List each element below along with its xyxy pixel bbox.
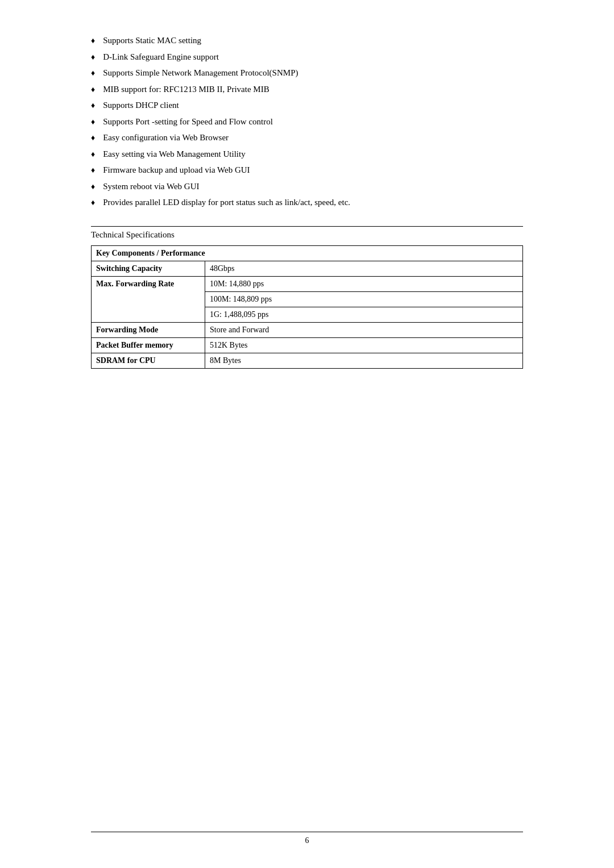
table-value-cell: 100M: 148,809 pps [205, 291, 523, 307]
bullet-text: Supports Port -setting for Speed and Flo… [103, 115, 523, 128]
table-value-cell: 8M Bytes [205, 353, 523, 368]
bullet-icon: ♦ [91, 51, 95, 63]
list-item: ♦Supports Simple Network Management Prot… [91, 66, 523, 80]
table-label-cell: Packet Buffer memory [92, 337, 205, 353]
list-item: ♦D-Link Safeguard Engine support [91, 51, 523, 64]
bullet-icon: ♦ [91, 99, 95, 111]
bullet-icon: ♦ [91, 116, 95, 128]
list-item: ♦System reboot via Web GUI [91, 180, 523, 193]
bullet-text: Firmware backup and upload via Web GUI [103, 164, 523, 177]
section-divider [91, 226, 523, 227]
bullet-icon: ♦ [91, 84, 95, 95]
bullet-icon: ♦ [91, 164, 95, 176]
bullet-text: System reboot via Web GUI [103, 180, 523, 193]
list-item: ♦Supports DHCP client [91, 99, 523, 112]
table-row: Forwarding ModeStore and Forward [92, 322, 523, 337]
page-number: 6 [305, 836, 309, 845]
list-item: ♦MIB support for: RFC1213 MIB II, Privat… [91, 83, 523, 96]
bullet-text: Supports Static MAC setting [103, 34, 523, 47]
list-item: ♦Easy setting via Web Management Utility [91, 148, 523, 161]
bullet-text: MIB support for: RFC1213 MIB II, Private… [103, 83, 523, 96]
bullet-text: Easy configuration via Web Browser [103, 131, 523, 144]
bullet-icon: ♦ [91, 197, 95, 208]
table-value-cell: 48Gbps [205, 261, 523, 276]
table-header-row: Key Components / Performance [92, 245, 523, 261]
table-row: Packet Buffer memory512K Bytes [92, 337, 523, 353]
table-value-cell: 1G: 1,488,095 pps [205, 307, 523, 322]
specs-table: Key Components / Performance Switching C… [91, 245, 523, 369]
table-header-cell: Key Components / Performance [92, 245, 523, 261]
table-value-cell: Store and Forward [205, 322, 523, 337]
table-value-cell: 512K Bytes [205, 337, 523, 353]
bullet-text: Supports DHCP client [103, 99, 523, 112]
bullet-text: Easy setting via Web Management Utility [103, 148, 523, 161]
table-value-cell: 10M: 14,880 pps [205, 276, 523, 291]
list-item: ♦Firmware backup and upload via Web GUI [91, 164, 523, 177]
table-row: Max. Forwarding Rate10M: 14,880 pps [92, 276, 523, 291]
bullet-icon: ♦ [91, 148, 95, 160]
footer-divider [91, 832, 523, 832]
table-label-cell: Switching Capacity [92, 261, 205, 276]
table-label-cell: Max. Forwarding Rate [92, 276, 205, 322]
list-item: ♦Easy configuration via Web Browser [91, 131, 523, 144]
bullet-icon: ♦ [91, 132, 95, 144]
table-label-cell: Forwarding Mode [92, 322, 205, 337]
bullet-text: Supports Simple Network Management Proto… [103, 66, 523, 80]
feature-list: ♦Supports Static MAC setting♦D-Link Safe… [91, 34, 523, 209]
page-content: ♦Supports Static MAC setting♦D-Link Safe… [91, 0, 523, 868]
page-footer: 6 [91, 832, 523, 845]
table-row: Switching Capacity48Gbps [92, 261, 523, 276]
table-label-cell: SDRAM for CPU [92, 353, 205, 368]
table-row: SDRAM for CPU8M Bytes [92, 353, 523, 368]
bullet-icon: ♦ [91, 67, 95, 79]
list-item: ♦Supports Port -setting for Speed and Fl… [91, 115, 523, 128]
bullet-text: Provides parallel LED display for port s… [103, 196, 523, 209]
list-item: ♦Supports Static MAC setting [91, 34, 523, 47]
bullet-text: D-Link Safeguard Engine support [103, 51, 523, 64]
bullet-icon: ♦ [91, 35, 95, 47]
list-item: ♦Provides parallel LED display for port … [91, 196, 523, 209]
bullet-icon: ♦ [91, 181, 95, 193]
tech-specs-title: Technical Specifications [91, 230, 523, 240]
